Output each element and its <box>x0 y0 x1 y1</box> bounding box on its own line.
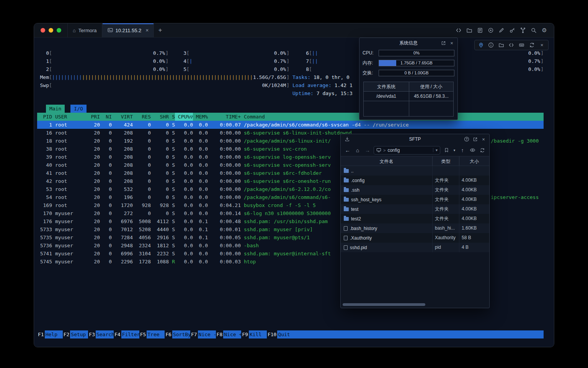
file-row[interactable]: .config 文件夹 4.00KB <box>341 176 489 185</box>
file-row[interactable]: .bash_history bash_hi... 1.60KB <box>341 223 489 233</box>
sftp-titlebar[interactable]: SFTP × <box>341 134 489 144</box>
col-virt[interactable]: VIRT <box>112 113 133 121</box>
col-state[interactable]: S <box>169 113 175 121</box>
file-row[interactable]: .Xauthority Xauthority 58 B <box>341 233 489 243</box>
file-row[interactable]: test2 文件夹 4.00KB <box>341 214 489 223</box>
col-shr[interactable]: SHR <box>151 113 169 121</box>
zoom-window-button[interactable] <box>57 28 61 33</box>
files-button[interactable] <box>497 41 505 49</box>
function-key-bar: F1Help F2Setup F3Search F4Filter F5Tree … <box>37 330 544 338</box>
file-row[interactable]: .ssh 文件夹 4.00KB <box>341 185 489 195</box>
fkey-label[interactable]: Help <box>45 330 63 338</box>
fkey-label[interactable]: Filter <box>121 330 139 338</box>
folder-button[interactable] <box>464 25 474 35</box>
fkey-number[interactable]: F6 <box>165 330 172 338</box>
col-pid[interactable]: PID <box>37 113 52 121</box>
fkey-number[interactable]: F10 <box>267 330 277 338</box>
fkey-number[interactable]: F5 <box>139 330 147 338</box>
state-cell: S <box>169 217 175 225</box>
new-tab-button[interactable]: + <box>154 23 166 37</box>
state-cell: S <box>169 225 175 233</box>
home-button[interactable]: ⌂ <box>354 146 361 154</box>
sync-button[interactable] <box>528 41 536 49</box>
edit-button[interactable] <box>497 25 506 35</box>
col-user[interactable]: USER <box>52 113 85 121</box>
show-hidden-button[interactable] <box>469 146 476 154</box>
refresh-button[interactable] <box>479 146 486 154</box>
log-button[interactable] <box>475 25 485 35</box>
fkey-label[interactable]: Tree <box>147 330 165 338</box>
close-tab-icon[interactable]: × <box>145 27 149 33</box>
fkey-number[interactable]: F3 <box>88 330 96 338</box>
record-button[interactable] <box>486 25 496 35</box>
col-mem[interactable]: MEM% <box>193 113 208 121</box>
process-row[interactable]: 1 root 20 0 424 0 0 S 0.0 0.0 0:00.07 /p… <box>37 121 544 129</box>
fkey-number[interactable]: F8 <box>216 330 224 338</box>
tab-main[interactable]: Main <box>46 105 65 113</box>
state-cell: S <box>169 129 175 137</box>
col-filesize[interactable]: 大小 <box>459 156 489 166</box>
file-row[interactable]: sshd.pid pid 4 B <box>341 243 489 252</box>
keyboard-button[interactable] <box>518 41 526 49</box>
fkey-number[interactable]: F4 <box>114 330 121 338</box>
open-in-window-button[interactable] <box>440 39 447 46</box>
help-button[interactable] <box>463 136 470 143</box>
search-button[interactable] <box>529 25 539 35</box>
tab-io[interactable]: I/O <box>70 105 86 113</box>
close-sftp-button[interactable]: × <box>480 136 487 143</box>
file-row[interactable]: test 文件夹 4.00KB <box>341 204 489 214</box>
minimize-window-button[interactable] <box>49 28 53 33</box>
key-icon <box>509 27 515 33</box>
file-type-icon <box>344 245 348 250</box>
settings-button[interactable]: ⚙ <box>539 25 549 35</box>
open-in-window-button[interactable] <box>472 136 479 143</box>
info-button[interactable] <box>487 41 495 49</box>
cpu-cell: 0.0 <box>175 121 193 129</box>
fkey-number[interactable]: F7 <box>190 330 198 338</box>
tab-termora[interactable]: ⌂ Termora <box>67 23 102 37</box>
close-toolbar-button[interactable]: × <box>538 41 546 49</box>
system-info-titlebar[interactable]: 系统信息 × <box>359 38 457 48</box>
system-info-panel: 系统信息 × CPU: 0% 内存: 1.75GB / 7.65GB 交换: 0… <box>359 38 458 120</box>
col-res[interactable]: RES <box>133 113 151 121</box>
back-button[interactable]: ← <box>344 146 351 154</box>
file-row[interactable]: .. <box>341 166 489 176</box>
fkey-label[interactable]: Search <box>96 330 114 338</box>
bookmark-dropdown-icon[interactable]: ▾ <box>452 146 456 154</box>
fkey-label[interactable]: Setup <box>70 330 88 338</box>
fkey-number[interactable]: F9 <box>241 330 249 338</box>
upload-button[interactable]: ↑ <box>459 146 466 154</box>
fkey-number[interactable]: F1 <box>37 330 45 338</box>
pid-cell: 5736 <box>37 242 52 250</box>
fkey-label[interactable]: Quit <box>277 330 295 338</box>
col-cpu-sort[interactable]: CPU%▽ <box>175 113 193 121</box>
pin-button[interactable] <box>477 41 485 49</box>
cpu-meter-3: 3[0.0%] <box>175 49 289 57</box>
transfers-button[interactable] <box>344 136 351 143</box>
branch-button[interactable] <box>518 25 528 35</box>
fkey-label[interactable]: SortBy <box>172 330 190 338</box>
col-pri[interactable]: PRI <box>85 113 100 121</box>
keys-button[interactable] <box>507 25 517 35</box>
file-row[interactable]: ssh_host_keys 文件夹 4.00KB <box>341 195 489 204</box>
fkey-label[interactable]: Kill <box>249 330 267 338</box>
path-dropdown-icon[interactable]: ▾ <box>433 148 438 152</box>
close-window-button[interactable] <box>41 28 45 33</box>
code-button[interactable] <box>454 25 464 35</box>
pid-cell: 41 <box>37 169 52 177</box>
col-filetype[interactable]: 类型 <box>433 156 459 166</box>
col-ni[interactable]: NI <box>100 113 112 121</box>
col-filename[interactable]: 文件名 <box>341 156 433 166</box>
tab-ssh-session[interactable]: 10.211.55.2 × <box>102 23 154 37</box>
col-time[interactable]: TIME+ <box>208 113 241 121</box>
horizontal-scrollbar[interactable] <box>343 303 425 306</box>
forward-button[interactable]: → <box>364 146 371 154</box>
snippets-button[interactable] <box>507 41 516 49</box>
bookmark-button[interactable] <box>443 146 450 154</box>
close-panel-button[interactable]: × <box>448 39 455 46</box>
fkey-label[interactable]: Nice - <box>198 330 216 338</box>
fkey-label[interactable]: Nice + <box>223 330 241 338</box>
uptime: Uptime:7 days, 15:3 <box>292 89 353 97</box>
fkey-number[interactable]: F2 <box>63 330 70 338</box>
path-breadcrumb[interactable]: > config ▾ <box>374 146 440 154</box>
